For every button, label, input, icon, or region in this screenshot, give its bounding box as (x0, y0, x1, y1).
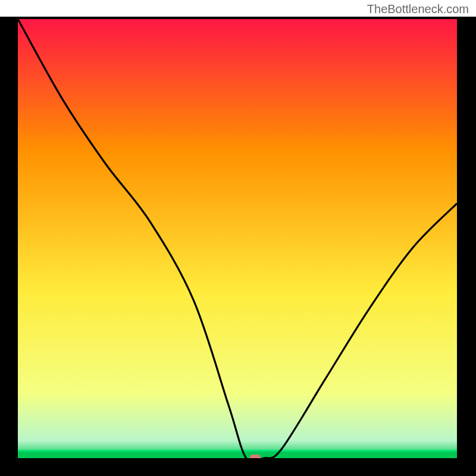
bottleneck-curve (18, 19, 457, 458)
watermark-text: TheBottleneck.com (367, 2, 469, 16)
chart-frame (0, 17, 476, 476)
chart-root: TheBottleneck.com (0, 0, 476, 476)
plot-area (18, 19, 457, 458)
optimal-marker (250, 455, 261, 458)
